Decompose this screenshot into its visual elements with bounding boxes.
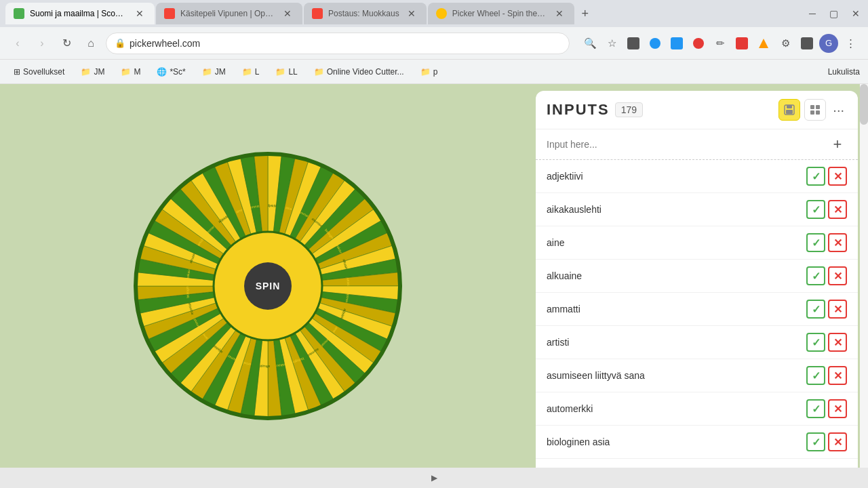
item-text: asumiseen liittyvä sana xyxy=(547,370,806,381)
tab-kasitepeli[interactable]: Käsitepeli Vipunen | Oppitori ✕ xyxy=(156,3,302,24)
bookmark-label-l: L xyxy=(255,67,260,77)
bookmark-label-sc: *Sc* xyxy=(170,67,185,77)
item-actions: ✓✕ xyxy=(806,399,847,418)
list-item: adjektiivi✓✕ xyxy=(536,160,858,193)
forward-button[interactable]: › xyxy=(33,34,52,53)
bookmark-m[interactable]: 📁 M xyxy=(115,66,146,78)
extension2-icon[interactable] xyxy=(646,34,665,53)
delete-button[interactable]: ✕ xyxy=(828,167,847,186)
tab-close-4[interactable]: ✕ xyxy=(553,7,566,20)
delete-icon: ✕ xyxy=(833,369,842,382)
reading-list[interactable]: Lukulista xyxy=(828,67,860,77)
delete-button[interactable]: ✕ xyxy=(828,300,847,319)
delete-button[interactable]: ✕ xyxy=(828,366,847,385)
delete-icon: ✕ xyxy=(833,403,842,415)
home-button[interactable]: ⌂ xyxy=(81,34,100,53)
bookmark-ll[interactable]: 📁 LL xyxy=(270,66,302,78)
reload-button[interactable]: ↻ xyxy=(57,34,76,53)
window-controls: ─ ▢ ✕ xyxy=(806,5,863,22)
check-button[interactable]: ✓ xyxy=(806,266,825,285)
extension4-icon[interactable] xyxy=(689,34,708,53)
tab-favicon-1 xyxy=(14,8,24,19)
check-button[interactable]: ✓ xyxy=(806,200,825,219)
web-icon: 🌐 xyxy=(157,67,167,77)
item-text: aine xyxy=(547,237,806,248)
grid-icon-button[interactable] xyxy=(804,99,826,121)
reading-list-label: Lukulista xyxy=(828,67,860,77)
bookmark-label-video: Online Video Cutter... xyxy=(327,67,404,77)
svg-rect-6 xyxy=(801,37,813,49)
maximize-button[interactable]: ▢ xyxy=(827,5,841,22)
check-button[interactable]: ✓ xyxy=(806,432,825,451)
delete-button[interactable]: ✕ xyxy=(828,432,847,451)
tab-close-1[interactable]: ✕ xyxy=(133,7,146,20)
delete-icon: ✕ xyxy=(833,170,842,183)
delete-button[interactable]: ✕ xyxy=(828,333,847,352)
delete-button[interactable]: ✕ xyxy=(828,266,847,285)
more-options-icon[interactable]: ⋮ xyxy=(841,34,860,53)
svg-rect-46 xyxy=(816,110,820,115)
check-button[interactable]: ✓ xyxy=(806,300,825,319)
item-actions: ✓✕ xyxy=(806,333,847,352)
input-field[interactable] xyxy=(547,139,823,150)
item-actions: ✓✕ xyxy=(806,300,847,319)
check-button[interactable]: ✓ xyxy=(806,366,825,385)
list-item: ammatti✓✕ xyxy=(536,293,858,326)
address-bar: ‹ › ↻ ⌂ 🔒 pickerwheel.com 🔍 ☆ ✏ xyxy=(0,27,868,60)
delete-button[interactable]: ✕ xyxy=(828,200,847,219)
spin-button[interactable]: SPIN xyxy=(244,262,292,310)
more-options-button[interactable]: ··· xyxy=(830,100,847,121)
extension1-icon[interactable] xyxy=(624,34,643,53)
tab-favicon-4 xyxy=(436,8,447,19)
profile-icon[interactable]: G xyxy=(819,34,838,53)
check-button[interactable]: ✓ xyxy=(806,167,825,186)
bookmark-jm1[interactable]: 📁 JM xyxy=(75,66,110,78)
tab-suomi[interactable]: Suomi ja maailma | Scoop.it ✕ xyxy=(5,3,155,24)
ad-area: ▶ xyxy=(0,468,868,488)
check-button[interactable]: ✓ xyxy=(806,399,825,418)
bookmark-apps[interactable]: ⊞ Sovellukset xyxy=(8,66,70,78)
minimize-button[interactable]: ─ xyxy=(806,5,818,22)
search-icon[interactable]: 🔍 xyxy=(580,34,599,53)
bookmark-label-apps: Sovellukset xyxy=(23,67,64,77)
inputs-panel: INPUTS 179 ··· + adjektiivi✓✕aikakausleh… xyxy=(536,91,858,488)
star-icon[interactable]: ☆ xyxy=(602,34,621,53)
check-button[interactable]: ✓ xyxy=(806,333,825,352)
extension3-icon[interactable] xyxy=(667,34,686,53)
extension8-icon[interactable] xyxy=(797,34,816,53)
item-text: artisti xyxy=(547,337,806,348)
list-item: artisti✓✕ xyxy=(536,326,858,359)
tab-close-3[interactable]: ✕ xyxy=(405,7,418,20)
scrollbar-track xyxy=(860,84,868,488)
bookmark-p[interactable]: 📁 p xyxy=(415,66,443,78)
panel-actions: ··· xyxy=(778,99,847,121)
tab-picker[interactable]: Picker Wheel - Spin the Wheel t... ✕ xyxy=(428,3,574,24)
close-window-button[interactable]: ✕ xyxy=(849,5,863,22)
scrollbar-thumb[interactable] xyxy=(860,84,868,125)
back-button[interactable]: ‹ xyxy=(8,34,27,53)
bookmark-video[interactable]: 📁 Online Video Cutter... xyxy=(309,66,410,78)
extension7-icon[interactable]: ⚙ xyxy=(776,34,795,53)
svg-rect-43 xyxy=(810,105,814,109)
extension5-icon[interactable] xyxy=(732,34,751,53)
tab-postaus[interactable]: Postaus: Muokkaus ✕ xyxy=(304,3,427,24)
delete-icon: ✕ xyxy=(833,237,842,249)
check-button[interactable]: ✓ xyxy=(806,233,825,252)
bookmark-l[interactable]: 📁 L xyxy=(237,66,265,78)
address-input[interactable]: 🔒 pickerwheel.com xyxy=(106,33,570,54)
check-icon: ✓ xyxy=(812,303,821,316)
folder-icon-6: 📁 xyxy=(314,67,324,77)
delete-button[interactable]: ✕ xyxy=(828,399,847,418)
new-tab-button[interactable]: + xyxy=(576,4,595,23)
bookmark-jm2[interactable]: 📁 JM xyxy=(197,66,231,78)
svg-rect-45 xyxy=(810,110,814,115)
save-icon-button[interactable] xyxy=(778,99,800,121)
add-button[interactable]: + xyxy=(828,135,847,154)
list-item: asumiseen liittyvä sana✓✕ xyxy=(536,359,858,392)
delete-button[interactable]: ✕ xyxy=(828,233,847,252)
extension6-icon[interactable] xyxy=(754,34,773,53)
tab-close-2[interactable]: ✕ xyxy=(281,7,294,20)
pen-icon[interactable]: ✏ xyxy=(711,34,730,53)
delete-icon: ✕ xyxy=(833,436,842,449)
bookmark-sc[interactable]: 🌐 *Sc* xyxy=(151,66,191,78)
